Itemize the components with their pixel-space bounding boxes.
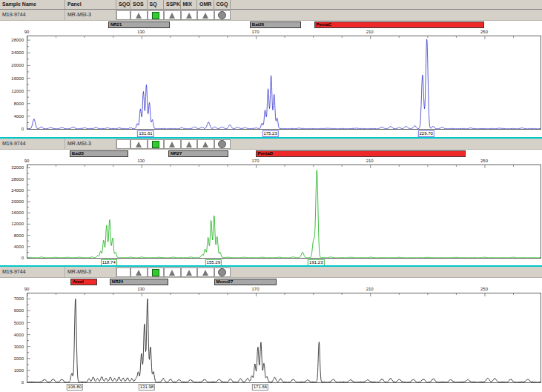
cgq-flag-circle-icon	[218, 268, 226, 276]
sample-name-cell: M19-9744	[0, 139, 65, 150]
marker-bar-bat26[interactable]: Bat26	[250, 21, 301, 28]
x-axis-tick-label: 250	[480, 30, 488, 35]
sspk-flag-triangle-icon	[169, 142, 175, 147]
x-axis-tick-label: 210	[366, 159, 374, 164]
sample-name-cell: M19-9744	[0, 10, 65, 21]
sq-flag-pass-square-icon	[152, 12, 159, 19]
electropherogram-panel: M19-9744MR-MSI-3NR21Bat26PentaC901301702…	[0, 10, 542, 137]
y-axis-tick-label: 0	[0, 380, 24, 385]
sspk-flag-cell	[164, 10, 181, 20]
electropherogram-panel: M19-9744MR-MSI-3Bat25NR27PentaD901301702…	[0, 137, 542, 265]
y-axis-tick-label: 16000	[0, 76, 24, 81]
panel-name-cell: MR-MSI-3	[65, 139, 116, 150]
y-axis-tick-label: 0	[0, 256, 24, 260]
sspk-flag-triangle-icon	[169, 13, 175, 19]
electropherogram-plot[interactable]	[27, 165, 541, 259]
sos-flag-triangle-icon	[136, 13, 142, 19]
y-axis-tick-label: 2000	[0, 356, 24, 361]
x-axis-tick-label: 90	[24, 30, 30, 35]
omr-flag-cell	[197, 139, 214, 149]
marker-bar-pentac[interactable]: PentaC	[314, 21, 484, 28]
electropherogram-plot[interactable]	[27, 293, 541, 383]
x-axis-tick-label: 170	[251, 30, 259, 35]
x-axis-tick-label: 250	[480, 287, 488, 292]
column-header-mix: MIX	[181, 0, 198, 9]
x-axis-tick-label: 170	[251, 287, 259, 292]
marker-bar-nr24[interactable]: NR24	[110, 279, 168, 285]
omr-flag-triangle-icon	[202, 13, 208, 19]
sample-name-cell: M19-9744	[0, 267, 65, 278]
y-axis-tick-label: 20000	[0, 199, 24, 204]
mix-flag-triangle-icon	[186, 142, 192, 147]
sq-flag-cell	[148, 10, 165, 20]
sos-flag-cell	[130, 268, 148, 277]
column-header-panel: Panel	[65, 0, 116, 9]
sqo-flag-cell	[116, 10, 130, 20]
sqo-flag-cell	[116, 139, 130, 149]
x-axis-tick-label: 250	[480, 159, 488, 164]
peak-size-label[interactable]: 229.70	[418, 130, 434, 137]
y-axis-tick-label: 28000	[0, 177, 24, 182]
y-axis-tick-label: 6000	[0, 308, 24, 313]
mix-flag-triangle-icon	[186, 13, 192, 19]
column-header-omr: OMR	[197, 0, 214, 9]
y-axis-tick-label: 4000	[0, 333, 24, 337]
y-axis-tick-label: 32000	[0, 165, 24, 170]
peak-size-label[interactable]: 131.61	[137, 130, 153, 137]
sample-table-header: Sample NamePanelSQOSOSSQSSPKMIXOMRCGQ	[0, 0, 542, 10]
marker-bar-amel[interactable]: Amel	[70, 279, 97, 285]
peak-size-label[interactable]: 106.80	[67, 384, 83, 391]
marker-bar-nr21[interactable]: NR21	[108, 21, 170, 28]
marker-bar-mono27[interactable]: Mono27	[214, 279, 277, 285]
omr-flag-triangle-icon	[202, 142, 208, 147]
sample-row[interactable]: M19-9744MR-MSI-3	[0, 139, 542, 150]
sq-flag-cell	[148, 268, 165, 277]
cgq-flag-cell	[214, 268, 231, 277]
panel-name-cell: MR-MSI-3	[65, 10, 116, 21]
y-axis-tick-label: 24000	[0, 50, 24, 55]
y-axis-tick-label: 5000	[0, 321, 24, 325]
omr-flag-triangle-icon	[202, 270, 208, 276]
y-axis-tick-label: 28000	[0, 38, 24, 42]
y-axis-tick-label: 12000	[0, 89, 24, 93]
sos-flag-cell	[130, 10, 148, 20]
column-header-sqo: SQO	[116, 0, 130, 9]
panel-name-cell: MR-MSI-3	[65, 267, 116, 278]
y-axis-tick-label: 20000	[0, 63, 24, 67]
x-axis-tick-label: 130	[137, 30, 145, 35]
y-axis-tick-label: 24000	[0, 188, 24, 193]
peak-size-label[interactable]: 131.98	[139, 384, 155, 391]
x-axis-tick-label: 210	[366, 30, 374, 35]
electropherogram-plot[interactable]	[27, 36, 541, 130]
y-axis-tick-label: 0	[0, 127, 24, 131]
peak-size-label[interactable]: 171.66	[252, 384, 268, 391]
marker-bar-nr27[interactable]: NR27	[168, 150, 228, 157]
sq-flag-pass-square-icon	[152, 141, 159, 148]
marker-bar-pentad[interactable]: PentaD	[256, 150, 466, 157]
x-axis-tick-label: 170	[251, 159, 259, 164]
column-header-cgq: CGQ	[214, 0, 231, 9]
marker-bar-bat25[interactable]: Bat25	[70, 150, 128, 157]
dye-trace	[27, 39, 541, 129]
dye-trace	[27, 299, 541, 382]
omr-flag-cell	[197, 268, 214, 277]
mix-flag-cell	[181, 10, 198, 20]
cgq-flag-circle-icon	[218, 11, 226, 19]
cgq-flag-cell	[214, 139, 231, 149]
column-header-sspk: SSPK	[164, 0, 181, 9]
sample-row[interactable]: M19-9744MR-MSI-3	[0, 10, 542, 21]
sample-row[interactable]: M19-9744MR-MSI-3	[0, 267, 542, 278]
column-header-sample-name: Sample Name	[0, 0, 65, 9]
peak-size-label[interactable]: 175.23	[262, 130, 278, 137]
sos-flag-triangle-icon	[136, 270, 142, 276]
x-axis-tick-label: 90	[24, 159, 30, 164]
omr-flag-cell	[197, 10, 214, 20]
y-axis-tick-label: 7000	[0, 296, 24, 301]
y-axis-tick-label: 3000	[0, 345, 24, 349]
x-axis-tick-label: 130	[137, 287, 145, 292]
electropherogram-panel: M19-9744MR-MSI-3AmelNR24Mono279013017021…	[0, 265, 542, 392]
y-axis-tick-label: 12000	[0, 222, 24, 226]
sspk-flag-cell	[164, 268, 181, 277]
cgq-flag-cell	[214, 10, 231, 20]
x-axis-tick-label: 210	[366, 287, 374, 292]
